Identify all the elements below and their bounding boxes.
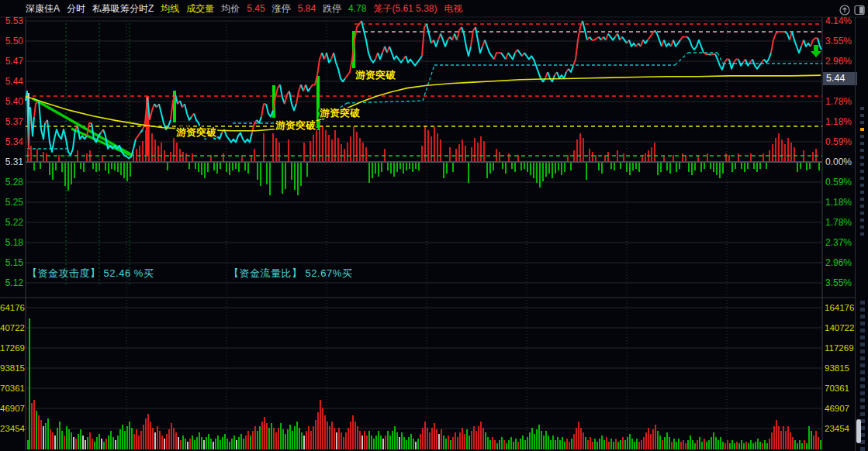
mid-volume-bar bbox=[725, 153, 727, 161]
volume-bar bbox=[608, 442, 610, 449]
volume-bar bbox=[757, 439, 759, 449]
mid-volume-bar bbox=[570, 163, 572, 170]
volume-bar bbox=[387, 431, 389, 449]
cage-band-line bbox=[675, 53, 688, 65]
volume-bar bbox=[606, 437, 607, 449]
mid-volume-bar bbox=[719, 163, 721, 178]
mid-volume-bar bbox=[43, 152, 44, 161]
volume-bar bbox=[159, 431, 161, 449]
price-line bbox=[457, 27, 462, 40]
volume-bar bbox=[185, 439, 186, 449]
price-axis-label: 5.34 bbox=[5, 136, 24, 147]
volume-bar bbox=[715, 437, 717, 449]
mid-volume-bar bbox=[595, 155, 597, 161]
volume-bar bbox=[154, 432, 156, 449]
volume-bar bbox=[559, 440, 561, 449]
mid-volume-bar bbox=[285, 163, 286, 189]
volume-bar bbox=[655, 425, 656, 449]
mid-volume-bar bbox=[579, 133, 581, 161]
volume-bar bbox=[415, 442, 417, 449]
mid-volume-bar bbox=[204, 163, 206, 178]
price-line bbox=[680, 37, 687, 40]
volume-bar bbox=[766, 443, 768, 449]
volume-bar bbox=[187, 442, 188, 449]
mid-volume-bar bbox=[728, 155, 730, 161]
volume-bar bbox=[294, 426, 296, 449]
price-line bbox=[257, 117, 261, 123]
volume-bar bbox=[364, 431, 365, 449]
mid-volume-bar bbox=[700, 163, 702, 172]
volume-bar bbox=[310, 431, 312, 449]
volume-bar bbox=[785, 431, 787, 449]
volume-bar bbox=[66, 426, 67, 449]
price-line bbox=[771, 32, 785, 53]
volume-bar bbox=[129, 422, 130, 449]
mid-volume-bar bbox=[474, 138, 475, 161]
volume-bar bbox=[699, 437, 700, 449]
mid-volume-bar bbox=[660, 163, 662, 172]
mid-volume-bar bbox=[620, 163, 621, 169]
volume-bar bbox=[403, 437, 405, 449]
volume-bar bbox=[469, 436, 470, 449]
mid-volume-bar bbox=[161, 143, 162, 161]
volume-bar bbox=[182, 436, 184, 449]
volume-bar bbox=[517, 442, 519, 449]
volume-bar bbox=[273, 428, 275, 449]
scrollbar-thumb[interactable] bbox=[856, 419, 861, 443]
volume-bar bbox=[641, 440, 642, 449]
percent-axis-label: 2.96% bbox=[825, 257, 852, 268]
mid-volume-bar bbox=[220, 163, 221, 169]
price-line bbox=[47, 120, 75, 155]
mid-volume-bar bbox=[238, 163, 240, 172]
volume-axis-label-right: 23454 bbox=[825, 424, 850, 433]
percent-axis-label: 0.00% bbox=[825, 157, 852, 167]
mid-volume-bar bbox=[533, 163, 534, 178]
price-line bbox=[136, 133, 140, 139]
collapsed-side-panel[interactable] bbox=[855, 17, 868, 451]
volume-bar bbox=[729, 443, 731, 449]
price-line bbox=[501, 53, 506, 59]
volume-bar bbox=[178, 437, 179, 449]
mid-volume-bar bbox=[756, 163, 758, 172]
volume-axis-label-left: 70361 bbox=[0, 384, 25, 393]
volume-bar bbox=[92, 439, 93, 449]
mid-volume-bar bbox=[378, 163, 379, 177]
volume-bar bbox=[692, 440, 693, 449]
volume-bar bbox=[545, 431, 547, 449]
volume-bar bbox=[313, 426, 314, 449]
volume-bar bbox=[303, 436, 305, 449]
volume-bar bbox=[54, 436, 56, 449]
mid-volume-bar bbox=[483, 141, 485, 161]
mid-volume-bar bbox=[548, 163, 550, 174]
volume-bar bbox=[50, 429, 51, 449]
percent-axis-label: 2.37% bbox=[825, 237, 852, 248]
mid-volume-bar bbox=[188, 163, 190, 169]
volume-bar bbox=[617, 442, 619, 449]
volume-bar bbox=[285, 434, 286, 449]
volume-bar bbox=[494, 440, 496, 449]
price-line bbox=[441, 34, 448, 47]
mid-volume-bar bbox=[763, 153, 764, 161]
volume-bar bbox=[627, 437, 628, 449]
mid-volume-bar bbox=[744, 163, 745, 172]
mid-volume-bar bbox=[291, 163, 292, 180]
volume-bar bbox=[557, 437, 558, 449]
volume-bar bbox=[541, 431, 542, 449]
breakout-annotation: 游资突破 bbox=[275, 119, 316, 131]
mid-volume-bar bbox=[136, 149, 137, 161]
volume-bar bbox=[455, 432, 456, 449]
mid-volume-bar bbox=[254, 149, 255, 161]
mid-volume-bar bbox=[539, 163, 541, 188]
mid-volume-bar bbox=[592, 152, 593, 161]
volume-bar bbox=[662, 440, 663, 449]
mid-volume-bar bbox=[368, 163, 370, 183]
mid-volume-bar bbox=[130, 163, 131, 177]
mid-volume-bar bbox=[781, 139, 783, 161]
volume-bar bbox=[443, 436, 444, 449]
volume-bar bbox=[315, 420, 316, 449]
intraday-chart[interactable]: 5.535.505.475.445.405.375.345.315.285.25… bbox=[0, 0, 868, 451]
volume-bar bbox=[610, 439, 612, 449]
price-line bbox=[34, 101, 39, 117]
volume-bar bbox=[815, 431, 817, 449]
volume-bar bbox=[101, 439, 102, 449]
